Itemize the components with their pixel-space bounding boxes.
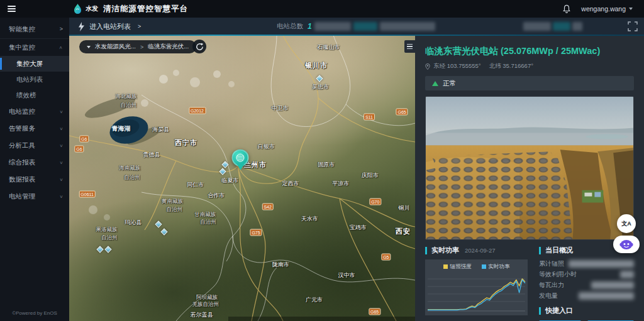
ai-assistant-button[interactable]	[613, 236, 640, 253]
sidebar-item-station-management[interactable]: 电站管理 >	[0, 188, 69, 205]
sidebar-item-alarm-service[interactable]: 告警服务 >	[0, 120, 69, 137]
map-refresh-button[interactable]	[192, 40, 206, 53]
translate-icon: 文A	[621, 220, 631, 228]
redacted-value	[553, 22, 570, 31]
map-place-label: 青海湖	[112, 124, 131, 133]
station-cluster-marker[interactable]	[219, 168, 226, 175]
today-overview-title: 当日概况	[545, 246, 573, 255]
map-canvas[interactable]: 石嘴山市银川市吴忠市中卫市海北藏族自治州海晏县青海湖西宁市贵德县海南藏族自治州同…	[69, 35, 415, 321]
legend-swatch-yellow	[443, 264, 448, 269]
road-badge: G6	[79, 135, 89, 142]
map-place-label: 羌族自治州	[192, 301, 219, 308]
notification-bell-icon[interactable]	[562, 4, 571, 13]
legend-irradiance: 辐照强度	[443, 263, 472, 271]
enter-station-list-button[interactable]: 进入电站列表 >	[78, 22, 141, 31]
chevron-down-icon: >	[59, 110, 64, 113]
today-overview-section: 当日概况 累计辐照 等效利用小时 每瓦出力	[539, 246, 634, 321]
stat-row-equivalent-hours: 等效利用小时	[539, 269, 634, 280]
sidebar-item-station-monitoring[interactable]: 电站监控 >	[0, 103, 69, 120]
map-place-label: 玛沁县	[125, 219, 142, 227]
longitude-value: 103.755555°	[447, 62, 481, 69]
chart-plot-area	[426, 271, 526, 313]
map-place-label: 贵德县	[143, 151, 160, 159]
sidebar-item-comprehensive-report[interactable]: 综合报表 >	[0, 154, 69, 171]
map-place-label: 自治州	[166, 206, 182, 214]
page-title: 清洁能源管控智慧平台	[103, 4, 188, 14]
road-badge: G65	[369, 308, 380, 315]
map-place-label: 海北藏族	[116, 93, 137, 101]
stat-row-generation: 发电量	[539, 290, 634, 301]
fullscreen-icon[interactable]	[628, 21, 638, 31]
map-place-label: 自治州	[101, 234, 118, 242]
map-overlay-labels: 石嘴山市银川市吴忠市中卫市海北藏族自治州海晏县青海湖西宁市贵德县海南藏族自治州同…	[69, 35, 415, 321]
realtime-power-chart: 辐照强度 实时功率	[425, 259, 528, 315]
chevron-down-icon: >	[59, 178, 64, 181]
section-bar	[539, 307, 541, 315]
road-badge: G65	[396, 108, 408, 115]
map-place-label: 广元市	[306, 295, 323, 303]
map-layers-button[interactable]	[404, 40, 415, 53]
chevron-right-icon: >	[138, 24, 141, 30]
map-place-label: 汉中市	[338, 271, 355, 280]
sidebar-item-central-monitoring[interactable]: 集中监控 >	[0, 39, 69, 56]
chevron-down-icon: >	[59, 195, 64, 198]
station-name: 临洮东营光伏电站	[425, 46, 498, 56]
map-place-label: 海南藏族	[119, 165, 140, 172]
chevron-down-icon: >	[59, 161, 64, 164]
stat-row-output-per-watt: 每瓦出力	[539, 280, 634, 290]
sidebar-item-smart-control[interactable]: 智能集控 >	[0, 20, 69, 39]
sidebar-subitem-control-screen[interactable]: 集控大屏	[0, 56, 69, 72]
sidebar-item-analysis-tools[interactable]: 分析工具 >	[0, 137, 69, 154]
station-photo	[425, 96, 634, 240]
breadcrumb-current[interactable]: 临洮东营光伏...	[148, 43, 189, 51]
redacted-value	[620, 271, 634, 278]
shortcuts-title: 快捷入口	[545, 306, 573, 315]
chevron-down-icon: >	[59, 144, 64, 147]
redacted-value	[572, 22, 582, 31]
map-place-label: 固原市	[318, 161, 335, 169]
station-cluster-marker[interactable]	[221, 161, 228, 168]
username-text: wengang.wang	[581, 5, 626, 13]
status-triangle-icon	[432, 81, 438, 86]
map-place-label: 天水市	[301, 215, 318, 223]
map-place-label: 中卫市	[272, 104, 289, 112]
menu-icon[interactable]	[0, 0, 24, 18]
translate-button[interactable]: 文A	[617, 214, 636, 233]
sidebar-subitem-performance[interactable]: 绩效榜	[0, 87, 69, 103]
map-breadcrumb[interactable]: 水发能源风光... > 临洮东营光伏...	[79, 40, 196, 53]
station-cluster-marker[interactable]	[316, 75, 323, 82]
road-badge: S11	[364, 113, 375, 120]
map-place-label: 黄南藏族	[162, 198, 183, 205]
map-place-label: 甘南藏族	[194, 211, 216, 219]
sidebar-item-data-report[interactable]: 数据报表 >	[0, 171, 69, 188]
logo: 水发 清洁能源管控智慧平台	[73, 0, 188, 18]
station-cluster-marker[interactable]	[160, 228, 167, 235]
road-badge: G6	[74, 145, 84, 152]
redacted-value	[591, 281, 634, 289]
sidebar-subitem-station-list[interactable]: 电站列表	[0, 72, 69, 87]
station-cluster-marker[interactable]	[155, 221, 162, 228]
station-cluster-marker[interactable]	[96, 246, 103, 253]
chevron-down-icon	[629, 8, 633, 10]
map-place-label: 白银市	[258, 142, 275, 150]
station-map-pin[interactable]	[232, 149, 249, 170]
station-cluster-marker[interactable]	[104, 246, 111, 253]
redacted-value	[523, 22, 551, 31]
chart-date: 2024-09-27	[465, 247, 496, 254]
location-pin-icon	[425, 63, 430, 70]
redacted-value	[569, 260, 634, 268]
road-badge: S42	[262, 204, 273, 210]
map-place-label: 宝鸡市	[350, 224, 367, 232]
user-menu[interactable]: wengang.wang	[581, 5, 633, 13]
map-place-label: 铜川	[398, 204, 409, 212]
chevron-right-icon: >	[140, 44, 143, 50]
map-place-label: 庆阳市	[362, 171, 379, 179]
breadcrumb-root[interactable]: 水发能源风光...	[95, 43, 136, 51]
station-total: 电站总数 1	[277, 18, 312, 35]
road-badge: G2012	[189, 107, 206, 114]
legend-swatch-cyan	[482, 264, 486, 269]
map-place-label: 合作市	[208, 191, 225, 199]
road-badge: G5	[381, 254, 391, 261]
map-place-label: 石嘴山市	[318, 43, 340, 52]
road-badge: G75	[250, 229, 262, 236]
